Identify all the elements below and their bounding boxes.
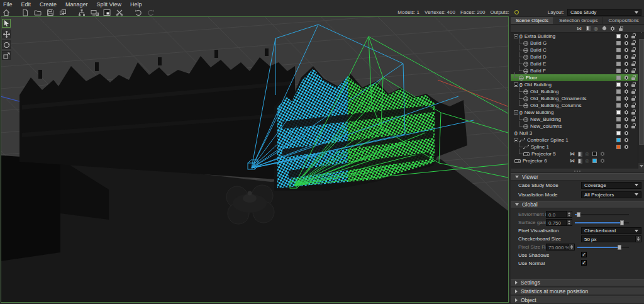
select-tool-button[interactable] — [2, 19, 11, 28]
lock-icon[interactable] — [631, 40, 636, 46]
color-swatch[interactable] — [616, 145, 621, 149]
tab-selection-groups[interactable]: Selection Groups — [554, 17, 602, 24]
globe-icon[interactable]: ◎ — [585, 157, 589, 164]
lock-icon[interactable] — [631, 54, 636, 60]
color-swatch[interactable] — [616, 76, 621, 80]
frustum-column-icon[interactable]: ⋈ — [577, 25, 582, 32]
open-folder-icon[interactable] — [33, 9, 42, 16]
pixel-size-ratio-field[interactable]: 75.000 % — [546, 244, 575, 251]
frustum-icon[interactable]: ⋈ — [570, 150, 575, 157]
tree-row[interactable]: Build F — [511, 67, 644, 74]
pixel-size-ratio-slider[interactable] — [577, 245, 629, 250]
tree-row[interactable]: Old_Building_Ornaments — [511, 95, 644, 102]
color-swatch[interactable] — [616, 96, 621, 101]
tree-row[interactable]: Old_Building_Columns — [511, 102, 644, 109]
visibility-eye-icon[interactable] — [624, 62, 629, 66]
case-study-mode-dropdown[interactable]: Coverage — [581, 182, 641, 189]
lock-icon[interactable] — [631, 89, 636, 94]
visibility-eye-icon[interactable] — [624, 82, 629, 87]
tree-row[interactable]: Controller Spline 1 — [511, 137, 644, 144]
screen-link-icon[interactable] — [90, 9, 99, 16]
redo-icon[interactable] — [147, 9, 155, 16]
spinner-arrows-icon[interactable] — [569, 244, 574, 250]
tree-row[interactable]: Build E — [511, 60, 644, 67]
section-header-viewer[interactable]: Viewer — [511, 173, 644, 181]
expander-icon[interactable] — [514, 82, 518, 87]
color-swatch[interactable] — [616, 62, 621, 66]
visibility-eye-icon[interactable] — [624, 96, 629, 101]
lock-column-icon[interactable] — [619, 26, 623, 31]
tree-row[interactable]: Spline 1 — [511, 144, 644, 150]
color-swatch[interactable] — [592, 152, 597, 156]
hierarchy-icon[interactable] — [77, 9, 86, 16]
scroll-up-icon[interactable] — [640, 26, 643, 32]
tree-row[interactable]: 0 Extra Building — [511, 33, 644, 40]
color-swatch[interactable] — [616, 34, 621, 38]
tab-scene-objects[interactable]: Scene Objects — [511, 17, 553, 24]
undo-icon[interactable] — [134, 9, 143, 16]
visibility-eye-icon[interactable] — [624, 145, 629, 149]
surface-gain-field[interactable]: 0.750 — [546, 219, 572, 226]
3d-viewport[interactable] — [1, 16, 509, 303]
tree-row[interactable]: 0 Old Building — [511, 81, 644, 88]
color-swatch[interactable] — [616, 117, 621, 121]
frustum-icon[interactable]: ⋈ — [570, 157, 575, 164]
checkerboard-size-field[interactable]: 50 px — [581, 235, 641, 242]
color-swatch[interactable] — [616, 69, 621, 73]
menu-help[interactable]: Help — [130, 1, 142, 8]
spinner-arrows-icon[interactable] — [566, 220, 572, 225]
home-icon[interactable] — [2, 9, 11, 16]
color-swatch[interactable] — [592, 159, 597, 163]
scroll-down-icon[interactable] — [638, 163, 644, 169]
color-swatch[interactable] — [616, 41, 621, 45]
visibility-eye-icon[interactable] — [624, 69, 629, 73]
visibility-eye-icon[interactable] — [624, 89, 629, 94]
tree-row[interactable]: Old_Building — [511, 88, 644, 95]
layout-dropdown[interactable]: Case Study — [567, 9, 641, 16]
lock-icon[interactable] — [631, 110, 636, 115]
screen-compose-icon[interactable] — [103, 9, 111, 16]
use-shadows-checkbox[interactable]: ✓ — [581, 252, 587, 257]
droplet-column-icon[interactable] — [602, 26, 607, 31]
lock-icon[interactable] — [631, 123, 636, 129]
tree-row[interactable]: 0 New Building — [511, 109, 644, 116]
color-swatch[interactable] — [616, 124, 621, 128]
lock-icon[interactable] — [631, 96, 636, 101]
move-tool-button[interactable] — [2, 30, 11, 38]
color-swatch[interactable] — [616, 110, 621, 115]
visibility-eye-icon[interactable] — [624, 48, 629, 52]
tools-icon[interactable] — [115, 9, 124, 16]
visibility-column-icon[interactable] — [610, 26, 615, 31]
globe-icon[interactable]: ◎ — [585, 150, 589, 157]
visibility-eye-icon[interactable] — [624, 138, 629, 142]
lock-icon[interactable] — [631, 82, 636, 87]
scrollbar-thumb[interactable] — [639, 39, 644, 145]
tree-row-selected[interactable]: Floor — [511, 74, 644, 81]
color-swatch[interactable] — [616, 131, 621, 135]
menu-edit[interactable]: Edit — [21, 1, 31, 8]
tree-row[interactable]: Build D — [511, 53, 644, 60]
save-icon[interactable] — [46, 9, 55, 16]
tree-row[interactable]: Projector 6 ⋈ ◎ — [511, 157, 644, 164]
visibility-eye-icon[interactable] — [624, 103, 629, 108]
globe-column-icon[interactable]: ◎ — [594, 25, 598, 32]
section-header-object[interactable]: Object — [511, 296, 644, 304]
visibility-eye-icon[interactable] — [624, 41, 629, 45]
new-file-icon[interactable] — [21, 9, 30, 16]
visibility-eye-icon[interactable] — [624, 34, 629, 38]
gradient-icon[interactable] — [578, 152, 582, 157]
menu-file[interactable]: File — [3, 1, 13, 8]
visibility-eye-icon[interactable] — [600, 159, 605, 163]
visibility-eye-icon[interactable] — [624, 76, 629, 80]
color-swatch[interactable] — [616, 89, 621, 94]
enviroment-lux-slider[interactable] — [575, 212, 629, 217]
visibility-eye-icon[interactable] — [624, 131, 629, 135]
expander-icon[interactable] — [514, 110, 518, 115]
spinner-arrows-icon[interactable] — [566, 211, 572, 217]
surface-gain-slider[interactable] — [575, 220, 629, 225]
lock-icon[interactable] — [631, 103, 636, 108]
visibility-eye-icon[interactable] — [624, 117, 629, 121]
panel-splitter[interactable] — [511, 169, 644, 173]
section-header-global[interactable]: Global — [511, 201, 644, 208]
section-header-settings[interactable]: Settings — [511, 279, 644, 286]
